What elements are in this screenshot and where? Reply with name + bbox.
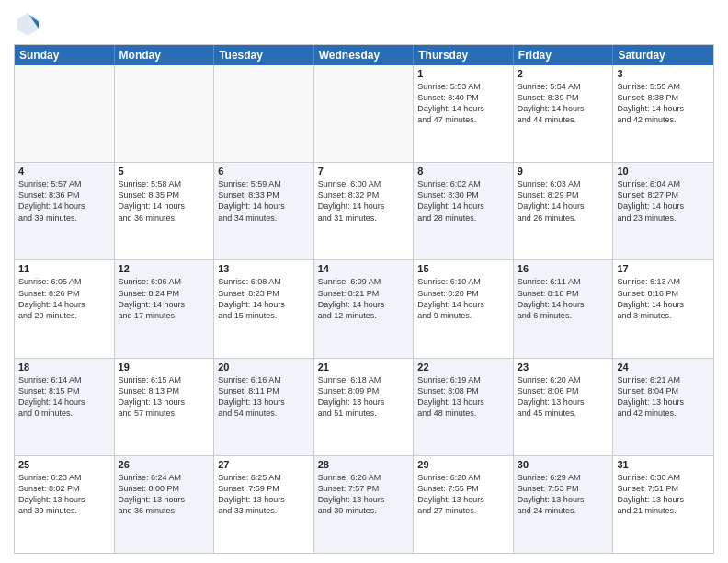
calendar-cell-4-1: 26Sunrise: 6:24 AM Sunset: 8:00 PM Dayli… <box>115 456 215 553</box>
header-day-saturday: Saturday <box>613 45 713 65</box>
svg-marker-0 <box>17 13 39 36</box>
day-number: 11 <box>18 263 110 274</box>
day-number: 14 <box>318 263 410 274</box>
calendar-cell-2-5: 16Sunrise: 6:11 AM Sunset: 8:18 PM Dayli… <box>514 260 614 357</box>
calendar-cell-2-6: 17Sunrise: 6:13 AM Sunset: 8:16 PM Dayli… <box>613 260 713 357</box>
day-info: Sunrise: 6:24 AM Sunset: 8:00 PM Dayligh… <box>119 472 210 517</box>
day-number: 16 <box>518 263 609 274</box>
calendar-cell-0-5: 2Sunrise: 5:54 AM Sunset: 8:39 PM Daylig… <box>514 65 614 162</box>
day-number: 26 <box>119 459 210 470</box>
day-info: Sunrise: 6:05 AM Sunset: 8:26 PM Dayligh… <box>18 276 110 321</box>
day-info: Sunrise: 6:14 AM Sunset: 8:15 PM Dayligh… <box>18 374 110 419</box>
day-number: 27 <box>218 459 310 470</box>
calendar-cell-3-3: 21Sunrise: 6:18 AM Sunset: 8:09 PM Dayli… <box>314 359 415 455</box>
calendar-cell-2-2: 13Sunrise: 6:08 AM Sunset: 8:23 PM Dayli… <box>214 260 314 357</box>
logo-icon <box>14 9 41 37</box>
day-info: Sunrise: 6:04 AM Sunset: 8:27 PM Dayligh… <box>617 178 710 224</box>
day-info: Sunrise: 6:19 AM Sunset: 8:08 PM Dayligh… <box>417 374 509 419</box>
calendar-cell-2-0: 11Sunrise: 6:05 AM Sunset: 8:26 PM Dayli… <box>15 260 115 357</box>
calendar-cell-1-0: 4Sunrise: 5:57 AM Sunset: 8:36 PM Daylig… <box>15 163 115 259</box>
day-number: 10 <box>617 166 710 177</box>
calendar-cell-0-4: 1Sunrise: 5:53 AM Sunset: 8:40 PM Daylig… <box>414 65 514 162</box>
calendar-cell-2-1: 12Sunrise: 6:06 AM Sunset: 8:24 PM Dayli… <box>115 260 215 357</box>
calendar-cell-0-2 <box>214 65 314 162</box>
calendar-cell-4-0: 25Sunrise: 6:23 AM Sunset: 8:02 PM Dayli… <box>15 456 115 553</box>
calendar-cell-3-1: 19Sunrise: 6:15 AM Sunset: 8:13 PM Dayli… <box>115 359 215 455</box>
header-day-sunday: Sunday <box>15 45 115 65</box>
calendar-cell-0-0 <box>15 65 115 162</box>
header-day-monday: Monday <box>115 45 215 65</box>
day-number: 13 <box>218 263 310 274</box>
day-number: 22 <box>417 362 509 373</box>
day-number: 15 <box>417 263 509 274</box>
calendar-cell-3-0: 18Sunrise: 6:14 AM Sunset: 8:15 PM Dayli… <box>15 359 115 455</box>
calendar-cell-2-4: 15Sunrise: 6:10 AM Sunset: 8:20 PM Dayli… <box>414 260 514 357</box>
day-info: Sunrise: 6:16 AM Sunset: 8:11 PM Dayligh… <box>218 374 310 419</box>
calendar-cell-0-1 <box>115 65 215 162</box>
calendar-body: 1Sunrise: 5:53 AM Sunset: 8:40 PM Daylig… <box>15 65 713 553</box>
calendar-cell-4-2: 27Sunrise: 6:25 AM Sunset: 7:59 PM Dayli… <box>214 456 314 553</box>
header-day-tuesday: Tuesday <box>214 45 314 65</box>
day-number: 9 <box>518 166 609 177</box>
page: SundayMondayTuesdayWednesdayThursdayFrid… <box>0 0 728 563</box>
day-number: 28 <box>318 459 410 470</box>
logo <box>14 9 45 37</box>
calendar-cell-3-6: 24Sunrise: 6:21 AM Sunset: 8:04 PM Dayli… <box>613 359 713 455</box>
day-number: 2 <box>518 68 609 79</box>
day-info: Sunrise: 6:00 AM Sunset: 8:32 PM Dayligh… <box>318 178 410 224</box>
day-number: 8 <box>417 166 509 177</box>
day-number: 20 <box>218 362 310 373</box>
day-info: Sunrise: 5:55 AM Sunset: 8:38 PM Dayligh… <box>617 81 710 126</box>
day-info: Sunrise: 5:57 AM Sunset: 8:36 PM Dayligh… <box>18 178 110 224</box>
day-number: 29 <box>417 459 509 470</box>
day-number: 18 <box>18 362 110 373</box>
day-info: Sunrise: 5:54 AM Sunset: 8:39 PM Dayligh… <box>518 81 609 126</box>
header-day-friday: Friday <box>514 45 614 65</box>
day-info: Sunrise: 6:02 AM Sunset: 8:30 PM Dayligh… <box>417 178 509 224</box>
day-info: Sunrise: 6:28 AM Sunset: 7:55 PM Dayligh… <box>417 472 509 517</box>
day-info: Sunrise: 6:20 AM Sunset: 8:06 PM Dayligh… <box>518 374 609 419</box>
day-number: 24 <box>617 362 710 373</box>
day-info: Sunrise: 6:21 AM Sunset: 8:04 PM Dayligh… <box>617 374 710 419</box>
day-number: 17 <box>617 263 710 274</box>
day-number: 19 <box>119 362 210 373</box>
calendar-cell-0-6: 3Sunrise: 5:55 AM Sunset: 8:38 PM Daylig… <box>613 65 713 162</box>
day-number: 3 <box>617 68 710 79</box>
day-info: Sunrise: 6:09 AM Sunset: 8:21 PM Dayligh… <box>318 276 410 321</box>
day-info: Sunrise: 6:30 AM Sunset: 7:51 PM Dayligh… <box>617 472 710 517</box>
day-info: Sunrise: 6:26 AM Sunset: 7:57 PM Dayligh… <box>318 472 410 517</box>
day-info: Sunrise: 6:08 AM Sunset: 8:23 PM Dayligh… <box>218 276 310 321</box>
day-number: 31 <box>617 459 710 470</box>
calendar-cell-1-4: 8Sunrise: 6:02 AM Sunset: 8:30 PM Daylig… <box>414 163 514 259</box>
day-number: 21 <box>318 362 410 373</box>
calendar-cell-4-4: 29Sunrise: 6:28 AM Sunset: 7:55 PM Dayli… <box>414 456 514 553</box>
day-info: Sunrise: 6:23 AM Sunset: 8:02 PM Dayligh… <box>18 472 110 517</box>
calendar-cell-1-3: 7Sunrise: 6:00 AM Sunset: 8:32 PM Daylig… <box>314 163 415 259</box>
calendar: SundayMondayTuesdayWednesdayThursdayFrid… <box>14 44 714 554</box>
calendar-row-4: 25Sunrise: 6:23 AM Sunset: 8:02 PM Dayli… <box>15 456 713 553</box>
calendar-cell-1-2: 6Sunrise: 5:59 AM Sunset: 8:33 PM Daylig… <box>214 163 314 259</box>
calendar-cell-1-5: 9Sunrise: 6:03 AM Sunset: 8:29 PM Daylig… <box>514 163 614 259</box>
calendar-cell-0-3 <box>314 65 415 162</box>
day-number: 23 <box>518 362 609 373</box>
header-day-thursday: Thursday <box>414 45 514 65</box>
day-number: 7 <box>318 166 410 177</box>
calendar-cell-1-6: 10Sunrise: 6:04 AM Sunset: 8:27 PM Dayli… <box>613 163 713 259</box>
header <box>14 9 714 37</box>
calendar-cell-2-3: 14Sunrise: 6:09 AM Sunset: 8:21 PM Dayli… <box>314 260 415 357</box>
calendar-cell-4-3: 28Sunrise: 6:26 AM Sunset: 7:57 PM Dayli… <box>314 456 415 553</box>
calendar-row-0: 1Sunrise: 5:53 AM Sunset: 8:40 PM Daylig… <box>15 65 713 163</box>
calendar-row-2: 11Sunrise: 6:05 AM Sunset: 8:26 PM Dayli… <box>15 260 713 358</box>
calendar-row-3: 18Sunrise: 6:14 AM Sunset: 8:15 PM Dayli… <box>15 359 713 456</box>
day-info: Sunrise: 6:13 AM Sunset: 8:16 PM Dayligh… <box>617 276 710 321</box>
day-info: Sunrise: 5:53 AM Sunset: 8:40 PM Dayligh… <box>417 81 509 126</box>
calendar-cell-3-4: 22Sunrise: 6:19 AM Sunset: 8:08 PM Dayli… <box>414 359 514 455</box>
day-number: 6 <box>218 166 310 177</box>
day-number: 4 <box>18 166 110 177</box>
day-info: Sunrise: 5:59 AM Sunset: 8:33 PM Dayligh… <box>218 178 310 224</box>
calendar-cell-3-5: 23Sunrise: 6:20 AM Sunset: 8:06 PM Dayli… <box>514 359 614 455</box>
calendar-cell-3-2: 20Sunrise: 6:16 AM Sunset: 8:11 PM Dayli… <box>214 359 314 455</box>
day-number: 30 <box>518 459 609 470</box>
day-number: 12 <box>119 263 210 274</box>
day-info: Sunrise: 6:03 AM Sunset: 8:29 PM Dayligh… <box>518 178 609 224</box>
